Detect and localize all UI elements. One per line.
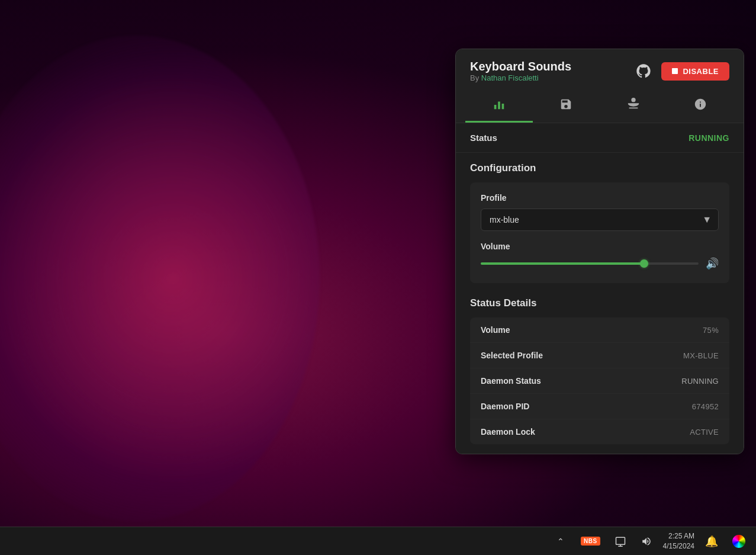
configuration-section: Configuration Profile mx-blue mx-brown m… [456,153,744,288]
volume-label: Volume [481,242,719,251]
color-ring-icon [732,535,745,548]
detail-key-daemon-status: Daemon Status [481,376,541,386]
taskbar-bell[interactable]: 🔔 [702,532,722,550]
clock-time: 2:25 AM [663,531,694,541]
taskbar-chevron-up[interactable]: ⌃ [551,533,570,550]
info-tab-icon [694,98,707,114]
keyboard-sounds-panel: Keyboard Sounds By Nathan Fiscaletti DIS… [455,49,744,454]
status-value: RUNNING [689,133,729,143]
status-details-section: Status Details Volume 75% Selected Profi… [456,288,744,454]
disable-icon [672,68,678,74]
panel-header: Keyboard Sounds By Nathan Fiscaletti DIS… [456,49,744,91]
configuration-heading: Configuration [470,162,729,174]
taskbar: ⌃ NBS 2:25 AM 4/15/2024 🔔 [0,527,756,555]
status-details-heading: Status Details [470,297,729,309]
taskbar-display[interactable] [611,533,630,550]
disable-button[interactable]: DISABLE [661,62,729,81]
tab-info[interactable] [667,91,735,123]
volume-slider[interactable] [481,262,699,265]
taskbar-volume-icon [641,535,652,547]
tab-tools[interactable] [600,91,667,123]
detail-value-profile: MX-BLUE [683,351,719,360]
activity-tab-icon [493,98,506,114]
panel-tabs [456,91,744,123]
display-icon [615,535,626,547]
tab-activity[interactable] [465,91,533,123]
status-label: Status [470,133,497,143]
detail-value-daemon-lock: ACTIVE [690,428,719,437]
volume-row: 🔊 [481,257,719,270]
profile-label: Profile [481,193,719,203]
status-row: Status RUNNING [456,123,744,153]
taskbar-nbs[interactable]: NBS [577,534,604,548]
detail-key-volume: Volume [481,325,510,335]
panel-body: Status RUNNING Configuration Profile mx-… [456,123,744,454]
panel-title-block: Keyboard Sounds By Nathan Fiscaletti [470,60,571,82]
nbs-badge: NBS [581,537,600,546]
panel-author: By Nathan Fiscaletti [470,73,571,82]
tab-config[interactable] [533,91,600,123]
panel-header-actions: DISABLE [634,62,729,81]
detail-value-volume: 75% [703,326,719,335]
taskbar-clock[interactable]: 2:25 AM 4/15/2024 [663,531,694,551]
clock-date: 4/15/2024 [663,541,694,551]
volume-icon: 🔊 [706,257,719,270]
volume-slider-thumb[interactable] [640,259,648,268]
author-link[interactable]: Nathan Fiscaletti [481,73,539,82]
detail-row-profile: Selected Profile MX-BLUE [470,343,729,368]
profile-select-wrapper: mx-blue mx-brown mx-red typewriter custo… [481,208,719,231]
profile-select[interactable]: mx-blue mx-brown mx-red typewriter custo… [481,208,719,231]
detail-key-daemon-lock: Daemon Lock [481,427,535,437]
author-prefix: By [470,73,479,82]
config-tab-icon [559,98,572,114]
status-details-card: Volume 75% Selected Profile MX-BLUE Daem… [470,317,729,444]
detail-row-volume: Volume 75% [470,317,729,343]
taskbar-volume[interactable] [637,533,656,550]
bell-icon: 🔔 [705,535,718,548]
disable-label: DISABLE [683,67,719,76]
detail-row-daemon-lock: Daemon Lock ACTIVE [470,419,729,444]
tools-tab-icon [627,98,640,114]
chevron-up-icon: ⌃ [555,535,567,547]
volume-slider-fill [481,262,644,265]
detail-row-daemon-pid: Daemon PID 674952 [470,394,729,419]
taskbar-color-ring[interactable] [729,532,749,550]
configuration-card: Profile mx-blue mx-brown mx-red typewrit… [470,182,729,283]
detail-row-daemon-status: Daemon Status RUNNING [470,368,729,394]
detail-key-profile: Selected Profile [481,351,543,360]
github-button[interactable] [634,62,653,81]
detail-value-daemon-status: RUNNING [681,377,719,386]
detail-key-daemon-pid: Daemon PID [481,402,529,411]
desktop-orb [0,36,320,521]
panel-title: Keyboard Sounds [470,60,571,73]
detail-value-daemon-pid: 674952 [692,402,719,411]
